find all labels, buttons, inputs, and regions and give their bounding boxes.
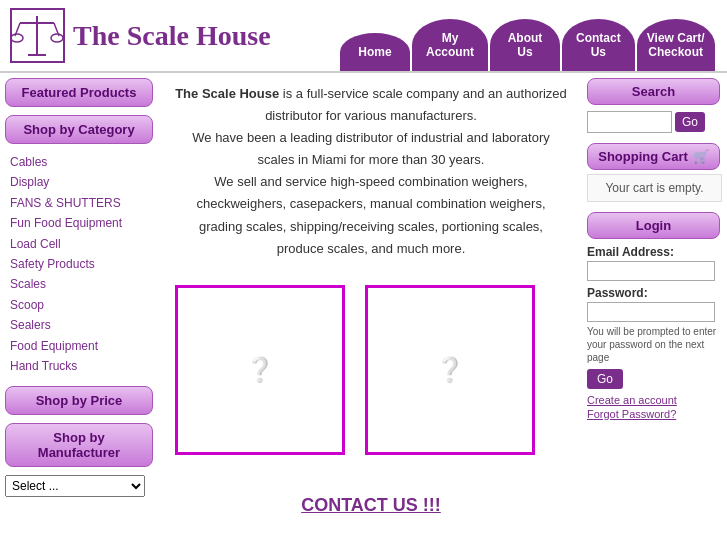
category-link-load-cell[interactable]: Load Cell	[10, 234, 150, 254]
product-img-box-1: ❔	[175, 285, 345, 455]
img-placeholder-1: ❔	[245, 356, 275, 384]
shop-by-manufacturer-btn[interactable]: Shop by Manufacturer	[5, 423, 153, 467]
cart-empty-msg: Your cart is empty.	[587, 174, 722, 202]
svg-point-5	[11, 34, 23, 42]
nav-my-account[interactable]: My Account	[412, 19, 488, 71]
login-title: Login	[587, 212, 720, 239]
category-link-fun-food-equipment[interactable]: Fun Food Equipment	[10, 213, 150, 233]
intro-text: The Scale House is a full-service scale …	[175, 83, 567, 260]
category-link-cables[interactable]: Cables	[10, 152, 150, 172]
forgot-password-link[interactable]: Forgot Password?	[587, 408, 722, 420]
email-input[interactable]	[587, 261, 715, 281]
featured-products-btn[interactable]: Featured Products	[5, 78, 153, 107]
logo-text: The Scale House	[73, 20, 271, 52]
nav-buttons: Home My Account About Us Contact Us View…	[340, 19, 715, 71]
shop-by-category-btn[interactable]: Shop by Category	[5, 115, 153, 144]
create-account-link[interactable]: Create an account	[587, 394, 722, 406]
category-link-scales[interactable]: Scales	[10, 274, 150, 294]
intro-line2: We have been a leading distributor of in…	[192, 130, 549, 167]
password-label: Password:	[587, 286, 722, 300]
login-section: Login Email Address: Password: You will …	[587, 212, 722, 420]
password-hint: You will be prompted to enter your passw…	[587, 325, 722, 364]
cart-icon: 🛒	[693, 149, 709, 164]
shop-by-price-btn[interactable]: Shop by Price	[5, 386, 153, 415]
nav-home[interactable]: Home	[340, 33, 410, 71]
svg-point-6	[51, 34, 63, 42]
category-link-food-equipment[interactable]: Food Equipment	[10, 336, 150, 356]
search-input[interactable]	[587, 111, 672, 133]
category-link-display[interactable]: Display	[10, 172, 150, 192]
search-go-btn[interactable]: Go	[675, 112, 705, 132]
category-link-safety-products[interactable]: Safety Products	[10, 254, 150, 274]
nav-about-us[interactable]: About Us	[490, 19, 560, 71]
cart-label: Shopping Cart	[598, 149, 688, 164]
right-sidebar: Search Go Shopping Cart 🛒 Your cart is e…	[582, 73, 727, 536]
left-sidebar: Featured Products Shop by Category Cable…	[0, 73, 160, 536]
contact-footer[interactable]: CONTACT US !!!	[175, 465, 567, 526]
category-list: CablesDisplayFANS & SHUTTERSFun Food Equ…	[5, 152, 155, 376]
nav-contact-us[interactable]: Contact Us	[562, 19, 635, 71]
cart-title: Shopping Cart 🛒	[587, 143, 720, 170]
intro-line3: We sell and service high-speed combinati…	[196, 174, 545, 255]
category-link-hand-trucks[interactable]: Hand Trucks	[10, 356, 150, 376]
search-section: Search Go	[587, 78, 722, 133]
intro-bold: The Scale House	[175, 86, 279, 101]
cart-section: Shopping Cart 🛒 Your cart is empty.	[587, 143, 722, 202]
logo-area: The Scale House	[0, 0, 340, 71]
category-link-scoop[interactable]: Scoop	[10, 295, 150, 315]
top-nav: The Scale House Home My Account About Us…	[0, 0, 727, 73]
category-link-fans-&-shutters[interactable]: FANS & SHUTTERS	[10, 193, 150, 213]
product-images: ❔ ❔	[175, 275, 567, 465]
logo-icon	[10, 8, 65, 63]
category-link-sealers[interactable]: Sealers	[10, 315, 150, 335]
nav-view-cart[interactable]: View Cart/ Checkout	[637, 19, 715, 71]
manufacturer-select[interactable]: Select ...	[5, 475, 145, 497]
password-input[interactable]	[587, 302, 715, 322]
product-img-box-2: ❔	[365, 285, 535, 455]
img-placeholder-2: ❔	[435, 356, 465, 384]
center-content: The Scale House is a full-service scale …	[160, 73, 582, 536]
email-label: Email Address:	[587, 245, 722, 259]
login-go-btn[interactable]: Go	[587, 369, 623, 389]
intro-rest: is a full-service scale company and an a…	[265, 86, 567, 123]
search-title: Search	[587, 78, 720, 105]
